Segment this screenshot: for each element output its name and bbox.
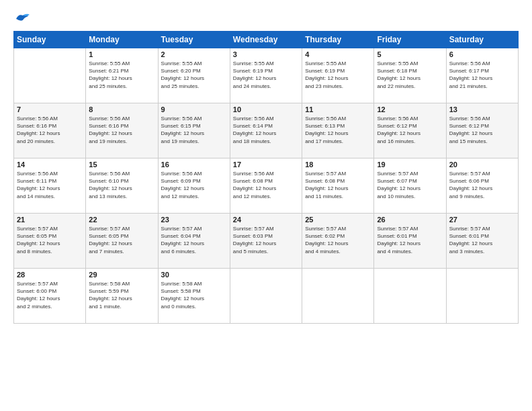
weekday-header-wednesday: Wednesday bbox=[230, 32, 302, 48]
day-cell bbox=[230, 269, 302, 324]
day-cell: 15Sunrise: 5:56 AM Sunset: 6:10 PM Dayli… bbox=[86, 158, 158, 214]
weekday-header-sunday: Sunday bbox=[14, 32, 86, 48]
week-row-4: 21Sunrise: 5:57 AM Sunset: 6:05 PM Dayli… bbox=[14, 214, 519, 269]
day-info: Sunrise: 5:56 AM Sunset: 6:14 PM Dayligh… bbox=[233, 115, 299, 145]
day-number: 1 bbox=[89, 50, 154, 58]
day-info: Sunrise: 5:57 AM Sunset: 6:03 PM Dayligh… bbox=[233, 225, 299, 255]
day-info: Sunrise: 5:56 AM Sunset: 6:13 PM Dayligh… bbox=[305, 115, 371, 145]
header bbox=[13, 12, 519, 24]
day-number: 19 bbox=[377, 161, 443, 169]
day-info: Sunrise: 5:57 AM Sunset: 6:01 PM Dayligh… bbox=[377, 225, 443, 255]
day-number: 24 bbox=[233, 216, 299, 224]
day-number: 22 bbox=[89, 216, 154, 224]
day-info: Sunrise: 5:57 AM Sunset: 6:02 PM Dayligh… bbox=[305, 225, 371, 255]
day-number: 3 bbox=[233, 50, 299, 58]
day-cell bbox=[14, 48, 86, 103]
page: SundayMondayTuesdayWednesdayThursdayFrid… bbox=[0, 0, 532, 411]
day-cell: 22Sunrise: 5:57 AM Sunset: 6:05 PM Dayli… bbox=[86, 214, 158, 269]
day-number: 12 bbox=[377, 105, 443, 113]
day-cell: 17Sunrise: 5:56 AM Sunset: 6:08 PM Dayli… bbox=[230, 158, 302, 214]
day-info: Sunrise: 5:57 AM Sunset: 6:08 PM Dayligh… bbox=[305, 170, 371, 200]
day-cell: 8Sunrise: 5:56 AM Sunset: 6:16 PM Daylig… bbox=[86, 103, 158, 158]
weekday-header-thursday: Thursday bbox=[302, 32, 374, 48]
day-cell: 21Sunrise: 5:57 AM Sunset: 6:05 PM Dayli… bbox=[14, 214, 86, 269]
day-cell: 23Sunrise: 5:57 AM Sunset: 6:04 PM Dayli… bbox=[158, 214, 230, 269]
day-info: Sunrise: 5:56 AM Sunset: 6:12 PM Dayligh… bbox=[377, 115, 443, 145]
day-cell: 3Sunrise: 5:55 AM Sunset: 6:19 PM Daylig… bbox=[230, 48, 302, 103]
day-info: Sunrise: 5:56 AM Sunset: 6:17 PM Dayligh… bbox=[449, 60, 515, 90]
weekday-header-row: SundayMondayTuesdayWednesdayThursdayFrid… bbox=[14, 32, 519, 48]
weekday-header-monday: Monday bbox=[86, 32, 158, 48]
day-cell: 26Sunrise: 5:57 AM Sunset: 6:01 PM Dayli… bbox=[374, 214, 446, 269]
day-cell: 30Sunrise: 5:58 AM Sunset: 5:58 PM Dayli… bbox=[158, 269, 230, 324]
day-number: 20 bbox=[449, 161, 515, 169]
day-info: Sunrise: 5:56 AM Sunset: 6:08 PM Dayligh… bbox=[233, 170, 299, 200]
day-number: 16 bbox=[161, 161, 227, 169]
day-cell: 25Sunrise: 5:57 AM Sunset: 6:02 PM Dayli… bbox=[302, 214, 374, 269]
day-cell bbox=[446, 269, 518, 324]
day-cell: 11Sunrise: 5:56 AM Sunset: 6:13 PM Dayli… bbox=[302, 103, 374, 158]
day-cell: 29Sunrise: 5:58 AM Sunset: 5:59 PM Dayli… bbox=[86, 269, 158, 324]
day-info: Sunrise: 5:56 AM Sunset: 6:10 PM Dayligh… bbox=[89, 170, 154, 200]
day-cell bbox=[374, 269, 446, 324]
day-cell: 14Sunrise: 5:56 AM Sunset: 6:11 PM Dayli… bbox=[14, 158, 86, 214]
day-number: 18 bbox=[305, 161, 371, 169]
day-number: 14 bbox=[17, 161, 83, 169]
day-cell: 24Sunrise: 5:57 AM Sunset: 6:03 PM Dayli… bbox=[230, 214, 302, 269]
week-row-1: 1Sunrise: 5:55 AM Sunset: 6:21 PM Daylig… bbox=[14, 48, 519, 103]
day-cell bbox=[302, 269, 374, 324]
day-number: 15 bbox=[89, 161, 154, 169]
week-row-3: 14Sunrise: 5:56 AM Sunset: 6:11 PM Dayli… bbox=[14, 158, 519, 214]
day-info: Sunrise: 5:56 AM Sunset: 6:15 PM Dayligh… bbox=[161, 115, 227, 145]
day-info: Sunrise: 5:55 AM Sunset: 6:20 PM Dayligh… bbox=[161, 60, 227, 90]
day-info: Sunrise: 5:56 AM Sunset: 6:09 PM Dayligh… bbox=[161, 170, 227, 200]
day-cell: 19Sunrise: 5:57 AM Sunset: 6:07 PM Dayli… bbox=[374, 158, 446, 214]
day-number: 7 bbox=[17, 105, 83, 113]
day-number: 2 bbox=[161, 50, 227, 58]
day-number: 5 bbox=[377, 50, 443, 58]
day-info: Sunrise: 5:56 AM Sunset: 6:16 PM Dayligh… bbox=[89, 115, 154, 145]
day-number: 25 bbox=[305, 216, 371, 224]
calendar-table: SundayMondayTuesdayWednesdayThursdayFrid… bbox=[13, 31, 519, 324]
day-cell: 1Sunrise: 5:55 AM Sunset: 6:21 PM Daylig… bbox=[86, 48, 158, 103]
weekday-header-saturday: Saturday bbox=[446, 32, 518, 48]
day-cell: 12Sunrise: 5:56 AM Sunset: 6:12 PM Dayli… bbox=[374, 103, 446, 158]
day-info: Sunrise: 5:55 AM Sunset: 6:18 PM Dayligh… bbox=[377, 60, 443, 90]
day-info: Sunrise: 5:55 AM Sunset: 6:19 PM Dayligh… bbox=[233, 60, 299, 90]
day-number: 8 bbox=[89, 105, 154, 113]
day-cell: 27Sunrise: 5:57 AM Sunset: 6:01 PM Dayli… bbox=[446, 214, 518, 269]
day-cell: 6Sunrise: 5:56 AM Sunset: 6:17 PM Daylig… bbox=[446, 48, 518, 103]
week-row-2: 7Sunrise: 5:56 AM Sunset: 6:16 PM Daylig… bbox=[14, 103, 519, 158]
day-number: 17 bbox=[233, 161, 299, 169]
day-cell: 9Sunrise: 5:56 AM Sunset: 6:15 PM Daylig… bbox=[158, 103, 230, 158]
day-number: 21 bbox=[17, 216, 83, 224]
day-info: Sunrise: 5:56 AM Sunset: 6:12 PM Dayligh… bbox=[449, 115, 515, 145]
day-cell: 4Sunrise: 5:55 AM Sunset: 6:19 PM Daylig… bbox=[302, 48, 374, 103]
day-number: 30 bbox=[161, 271, 227, 279]
day-number: 4 bbox=[305, 50, 371, 58]
day-info: Sunrise: 5:57 AM Sunset: 6:00 PM Dayligh… bbox=[17, 280, 83, 310]
day-number: 6 bbox=[449, 50, 515, 58]
day-info: Sunrise: 5:57 AM Sunset: 6:07 PM Dayligh… bbox=[377, 170, 443, 200]
day-cell: 10Sunrise: 5:56 AM Sunset: 6:14 PM Dayli… bbox=[230, 103, 302, 158]
day-number: 29 bbox=[89, 271, 154, 279]
day-info: Sunrise: 5:56 AM Sunset: 6:11 PM Dayligh… bbox=[17, 170, 83, 200]
week-row-5: 28Sunrise: 5:57 AM Sunset: 6:00 PM Dayli… bbox=[14, 269, 519, 324]
day-info: Sunrise: 5:57 AM Sunset: 6:05 PM Dayligh… bbox=[89, 225, 154, 255]
day-number: 9 bbox=[161, 105, 227, 113]
day-info: Sunrise: 5:58 AM Sunset: 5:59 PM Dayligh… bbox=[89, 280, 154, 310]
day-info: Sunrise: 5:55 AM Sunset: 6:21 PM Dayligh… bbox=[89, 60, 154, 90]
day-info: Sunrise: 5:57 AM Sunset: 6:04 PM Dayligh… bbox=[161, 225, 227, 255]
day-cell: 7Sunrise: 5:56 AM Sunset: 6:16 PM Daylig… bbox=[14, 103, 86, 158]
day-info: Sunrise: 5:55 AM Sunset: 6:19 PM Dayligh… bbox=[305, 60, 371, 90]
day-number: 23 bbox=[161, 216, 227, 224]
day-number: 27 bbox=[449, 216, 515, 224]
day-cell: 5Sunrise: 5:55 AM Sunset: 6:18 PM Daylig… bbox=[374, 48, 446, 103]
day-cell: 13Sunrise: 5:56 AM Sunset: 6:12 PM Dayli… bbox=[446, 103, 518, 158]
day-cell: 16Sunrise: 5:56 AM Sunset: 6:09 PM Dayli… bbox=[158, 158, 230, 214]
day-cell: 18Sunrise: 5:57 AM Sunset: 6:08 PM Dayli… bbox=[302, 158, 374, 214]
day-info: Sunrise: 5:57 AM Sunset: 6:06 PM Dayligh… bbox=[449, 170, 515, 200]
day-info: Sunrise: 5:57 AM Sunset: 6:05 PM Dayligh… bbox=[17, 225, 83, 255]
logo-bird-icon bbox=[15, 12, 30, 24]
day-number: 11 bbox=[305, 105, 371, 113]
